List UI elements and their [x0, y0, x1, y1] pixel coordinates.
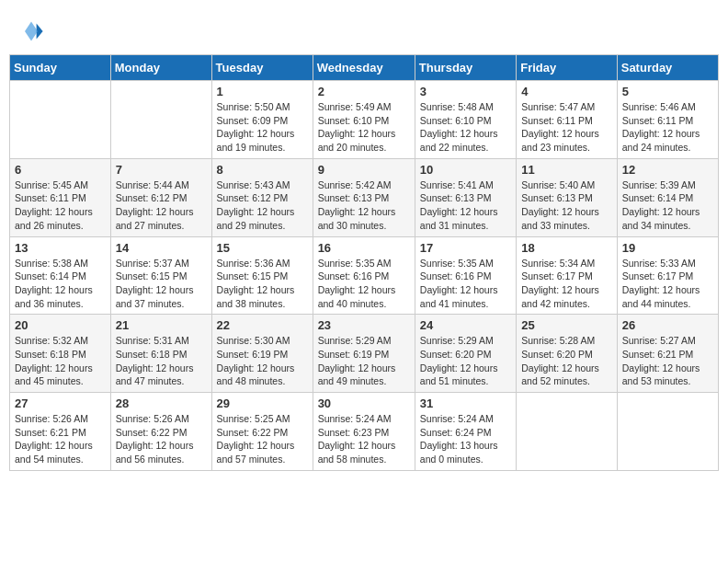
day-number: 9 [318, 163, 410, 177]
day-number: 24 [420, 318, 511, 332]
calendar-cell: 5Sunrise: 5:46 AMSunset: 6:11 PMDaylight… [617, 81, 718, 159]
calendar-cell: 11Sunrise: 5:40 AMSunset: 6:13 PMDayligh… [517, 158, 618, 236]
day-number: 19 [622, 241, 713, 255]
calendar-cell: 21Sunrise: 5:31 AMSunset: 6:18 PMDayligh… [110, 315, 211, 393]
calendar-cell: 6Sunrise: 5:45 AMSunset: 6:11 PMDaylight… [10, 158, 111, 236]
logo-icon [18, 18, 44, 44]
day-info: Sunrise: 5:30 AMSunset: 6:19 PMDaylight:… [217, 334, 308, 388]
day-number: 1 [217, 85, 308, 98]
day-info: Sunrise: 5:35 AMSunset: 6:16 PMDaylight:… [420, 257, 511, 311]
day-info: Sunrise: 5:36 AMSunset: 6:15 PMDaylight:… [217, 257, 308, 311]
day-number: 25 [521, 318, 612, 332]
calendar-cell: 22Sunrise: 5:30 AMSunset: 6:19 PMDayligh… [211, 315, 313, 393]
day-number: 17 [420, 241, 511, 255]
calendar-cell: 31Sunrise: 5:24 AMSunset: 6:24 PMDayligh… [415, 393, 516, 471]
day-info: Sunrise: 5:42 AMSunset: 6:13 PMDaylight:… [318, 178, 410, 233]
day-number: 16 [318, 241, 410, 255]
day-number: 14 [116, 241, 207, 255]
calendar-cell: 28Sunrise: 5:26 AMSunset: 6:22 PMDayligh… [110, 393, 211, 471]
day-number: 8 [217, 163, 308, 177]
calendar-cell: 15Sunrise: 5:36 AMSunset: 6:15 PMDayligh… [211, 236, 313, 315]
day-number: 21 [116, 318, 207, 332]
column-header-friday: Friday [517, 55, 618, 81]
day-info: Sunrise: 5:46 AMSunset: 6:11 PMDaylight:… [622, 100, 713, 155]
calendar-cell: 2Sunrise: 5:49 AMSunset: 6:10 PMDaylight… [313, 81, 415, 159]
calendar-cell: 18Sunrise: 5:34 AMSunset: 6:17 PMDayligh… [517, 236, 618, 315]
day-number: 31 [420, 396, 511, 410]
day-number: 27 [15, 396, 106, 410]
calendar-cell: 1Sunrise: 5:50 AMSunset: 6:09 PMDaylight… [211, 81, 313, 159]
day-info: Sunrise: 5:24 AMSunset: 6:24 PMDaylight:… [420, 412, 511, 466]
day-number: 22 [217, 318, 308, 332]
day-info: Sunrise: 5:25 AMSunset: 6:22 PMDaylight:… [217, 412, 308, 466]
calendar-cell: 16Sunrise: 5:35 AMSunset: 6:16 PMDayligh… [313, 236, 415, 315]
svg-marker-1 [25, 22, 38, 41]
column-header-wednesday: Wednesday [313, 55, 415, 81]
calendar-cell [10, 81, 111, 159]
day-info: Sunrise: 5:27 AMSunset: 6:21 PMDaylight:… [622, 334, 713, 388]
day-info: Sunrise: 5:32 AMSunset: 6:18 PMDaylight:… [15, 334, 106, 388]
calendar-cell: 20Sunrise: 5:32 AMSunset: 6:18 PMDayligh… [10, 315, 111, 393]
calendar-cell [110, 81, 211, 159]
calendar-cell: 26Sunrise: 5:27 AMSunset: 6:21 PMDayligh… [617, 315, 718, 393]
calendar-cell [517, 393, 618, 471]
column-header-monday: Monday [110, 55, 211, 81]
calendar-cell: 4Sunrise: 5:47 AMSunset: 6:11 PMDaylight… [517, 81, 618, 159]
calendar-cell: 27Sunrise: 5:26 AMSunset: 6:21 PMDayligh… [10, 393, 111, 471]
day-info: Sunrise: 5:48 AMSunset: 6:10 PMDaylight:… [420, 100, 511, 155]
day-number: 2 [318, 85, 410, 98]
calendar-cell: 3Sunrise: 5:48 AMSunset: 6:10 PMDaylight… [415, 81, 516, 159]
column-header-saturday: Saturday [617, 55, 718, 81]
calendar-cell: 8Sunrise: 5:43 AMSunset: 6:12 PMDaylight… [211, 158, 313, 236]
calendar-week-3: 13Sunrise: 5:38 AMSunset: 6:14 PMDayligh… [10, 236, 719, 315]
day-info: Sunrise: 5:28 AMSunset: 6:20 PMDaylight:… [521, 334, 612, 388]
calendar-cell: 13Sunrise: 5:38 AMSunset: 6:14 PMDayligh… [10, 236, 111, 315]
calendar-cell: 17Sunrise: 5:35 AMSunset: 6:16 PMDayligh… [415, 236, 516, 315]
day-info: Sunrise: 5:43 AMSunset: 6:12 PMDaylight:… [217, 178, 308, 233]
day-info: Sunrise: 5:44 AMSunset: 6:12 PMDaylight:… [116, 178, 207, 233]
day-info: Sunrise: 5:40 AMSunset: 6:13 PMDaylight:… [521, 178, 612, 233]
day-number: 12 [622, 163, 713, 177]
day-number: 3 [420, 85, 511, 98]
column-header-sunday: Sunday [10, 55, 111, 81]
day-info: Sunrise: 5:34 AMSunset: 6:17 PMDaylight:… [521, 257, 612, 311]
day-number: 23 [318, 318, 410, 332]
day-number: 4 [521, 85, 612, 98]
calendar-cell: 9Sunrise: 5:42 AMSunset: 6:13 PMDaylight… [313, 158, 415, 236]
calendar-cell: 10Sunrise: 5:41 AMSunset: 6:13 PMDayligh… [415, 158, 516, 236]
calendar-cell: 19Sunrise: 5:33 AMSunset: 6:17 PMDayligh… [617, 236, 718, 315]
day-number: 30 [318, 396, 410, 410]
day-number: 11 [521, 163, 612, 177]
day-info: Sunrise: 5:50 AMSunset: 6:09 PMDaylight:… [217, 100, 308, 155]
calendar-cell [617, 393, 718, 471]
calendar-table: SundayMondayTuesdayWednesdayThursdayFrid… [9, 54, 719, 471]
day-number: 7 [116, 163, 207, 177]
calendar-cell: 29Sunrise: 5:25 AMSunset: 6:22 PMDayligh… [211, 393, 313, 471]
calendar-week-1: 1Sunrise: 5:50 AMSunset: 6:09 PMDaylight… [10, 81, 719, 159]
page-header [9, 9, 719, 49]
day-number: 13 [15, 241, 106, 255]
day-number: 28 [116, 396, 207, 410]
day-number: 5 [622, 85, 713, 98]
calendar-week-2: 6Sunrise: 5:45 AMSunset: 6:11 PMDaylight… [10, 158, 719, 236]
logo [18, 18, 48, 44]
calendar-cell: 12Sunrise: 5:39 AMSunset: 6:14 PMDayligh… [617, 158, 718, 236]
calendar-cell: 30Sunrise: 5:24 AMSunset: 6:23 PMDayligh… [313, 393, 415, 471]
column-header-thursday: Thursday [415, 55, 516, 81]
day-number: 6 [15, 163, 106, 177]
day-info: Sunrise: 5:47 AMSunset: 6:11 PMDaylight:… [521, 100, 612, 155]
day-info: Sunrise: 5:35 AMSunset: 6:16 PMDaylight:… [318, 257, 410, 311]
day-number: 20 [15, 318, 106, 332]
day-number: 29 [217, 396, 308, 410]
day-info: Sunrise: 5:39 AMSunset: 6:14 PMDaylight:… [622, 178, 713, 233]
day-info: Sunrise: 5:29 AMSunset: 6:19 PMDaylight:… [318, 334, 410, 388]
day-info: Sunrise: 5:37 AMSunset: 6:15 PMDaylight:… [116, 257, 207, 311]
calendar-week-5: 27Sunrise: 5:26 AMSunset: 6:21 PMDayligh… [10, 393, 719, 471]
calendar-cell: 7Sunrise: 5:44 AMSunset: 6:12 PMDaylight… [110, 158, 211, 236]
day-info: Sunrise: 5:26 AMSunset: 6:21 PMDaylight:… [15, 412, 106, 466]
day-number: 18 [521, 241, 612, 255]
day-number: 26 [622, 318, 713, 332]
day-info: Sunrise: 5:38 AMSunset: 6:14 PMDaylight:… [15, 257, 106, 311]
calendar-header-row: SundayMondayTuesdayWednesdayThursdayFrid… [10, 55, 719, 81]
day-number: 15 [217, 241, 308, 255]
